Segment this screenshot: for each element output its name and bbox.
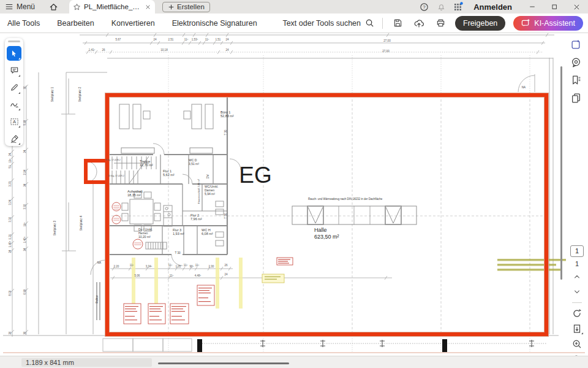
- rotate-page-button[interactable]: [570, 307, 584, 320]
- next-page-button[interactable]: [570, 286, 584, 298]
- cloud-upload-icon: [414, 18, 424, 28]
- close-icon: [573, 3, 581, 11]
- apps-grid-button[interactable]: [451, 0, 465, 13]
- tab-elektronische-signaturen[interactable]: Elektronische Signaturen: [172, 19, 257, 28]
- page-navigation: 1 1: [570, 245, 584, 356]
- home-button[interactable]: [45, 0, 62, 13]
- page-number-input[interactable]: 1: [570, 245, 584, 257]
- zoom-in-icon: [572, 339, 582, 349]
- bookmarks-icon: [571, 75, 581, 85]
- notifications-button[interactable]: [434, 0, 448, 13]
- tab-bearbeiten[interactable]: Bearbeiten: [57, 19, 94, 28]
- toolbar: Alle Tools Bearbeiten Konvertieren Elekt…: [0, 13, 588, 33]
- svg-text:A: A: [12, 119, 15, 125]
- printer-icon: [436, 18, 445, 28]
- help-button[interactable]: ?: [417, 0, 431, 13]
- search-button[interactable]: Text oder Tools suchen: [282, 18, 374, 28]
- home-icon: [49, 2, 58, 12]
- bell-icon: [437, 2, 446, 12]
- apps-grid-icon: [453, 2, 463, 12]
- select-tool[interactable]: [7, 46, 21, 61]
- svg-text:?: ?: [423, 4, 426, 10]
- zoom-in-button[interactable]: [570, 338, 584, 350]
- panel-drag-handle[interactable]: [8, 40, 20, 42]
- menu-button[interactable]: Menü: [0, 0, 40, 13]
- annotation-boxes: [124, 258, 293, 324]
- tools-divider: [572, 302, 582, 303]
- comment-icon: [10, 66, 19, 75]
- create-button[interactable]: Erstellen: [162, 2, 210, 12]
- ai-assistant-button[interactable]: KI-Assistent: [513, 16, 583, 31]
- comments-panel-button[interactable]: [569, 56, 582, 68]
- fill-sign-tool[interactable]: [7, 131, 21, 146]
- chevron-up-icon: [573, 273, 581, 280]
- share-button[interactable]: Freigeben: [455, 16, 505, 31]
- notification-dot: [460, 2, 462, 4]
- document-canvas[interactable]: 5,67242,5111⁵1,53⁵11⁵1,512427,001,41⁵261…: [0, 33, 588, 356]
- tab-title: PL_Mietfläche_ML_...: [84, 3, 141, 10]
- draw-tool[interactable]: [7, 98, 21, 112]
- document-tab[interactable]: PL_Mietfläche_ML_...: [69, 0, 155, 13]
- save-button[interactable]: [391, 17, 404, 30]
- vertical-scrollbar[interactable]: [560, 66, 562, 280]
- pages-icon: [571, 93, 581, 103]
- bookmarks-panel-button[interactable]: [569, 74, 582, 86]
- page-total: 1: [575, 260, 579, 267]
- signature-nib-icon: [10, 134, 19, 144]
- help-icon: ?: [420, 2, 429, 12]
- pages-panel-button[interactable]: [569, 91, 582, 104]
- fit-page-icon: [572, 324, 582, 334]
- search-icon: [365, 18, 374, 28]
- close-button[interactable]: [567, 0, 586, 13]
- draw-icon: [10, 100, 19, 109]
- share-label: Freigeben: [463, 19, 497, 28]
- comment-tool[interactable]: [7, 63, 21, 78]
- acrobat-window: Menü PL_Mietfläche_ML_... Erstellen ?: [0, 0, 588, 368]
- highlight-marks: [132, 258, 243, 309]
- search-label: Text oder Tools suchen: [282, 19, 361, 28]
- restore-icon: [551, 3, 558, 10]
- statusbar: 1.189 x 841 mm: [0, 356, 588, 368]
- star-icon: [73, 3, 81, 11]
- previous-page-button[interactable]: [570, 270, 584, 283]
- titlebar: Menü PL_Mietfläche_ML_... Erstellen ?: [0, 0, 588, 13]
- tab-close-icon[interactable]: [145, 4, 151, 10]
- ai-assistant-panel-button[interactable]: [569, 38, 582, 50]
- floorplan-drawing: [0, 33, 588, 356]
- quick-tools-panel: A: [5, 38, 23, 146]
- cursor-icon: [10, 49, 18, 58]
- right-panel-icons: [569, 38, 582, 104]
- chevron-down-icon: [573, 288, 581, 296]
- save-icon: [393, 18, 402, 28]
- tab-alle-tools[interactable]: Alle Tools: [7, 19, 40, 28]
- page-dimensions: 1.189 x 841 mm: [21, 359, 74, 366]
- tab-konvertieren[interactable]: Konvertieren: [111, 19, 155, 28]
- create-label: Erstellen: [177, 3, 205, 10]
- ki-assistant-icon: [521, 18, 530, 28]
- ai-panel-icon: [571, 39, 581, 50]
- minimize-button[interactable]: [523, 0, 541, 13]
- sign-in-button[interactable]: Anmelden: [469, 2, 519, 12]
- menu-label: Menü: [17, 2, 35, 11]
- toolbar-divider: [382, 18, 383, 29]
- edit-tool[interactable]: [7, 80, 21, 95]
- upload-cloud-button[interactable]: [412, 17, 426, 30]
- add-text-icon: A: [10, 117, 19, 126]
- minimize-icon: [529, 3, 536, 10]
- rotate-icon: [572, 309, 582, 318]
- page-dimensions-badge: 1.189 x 841 mm: [21, 358, 152, 367]
- add-text-tool[interactable]: A: [7, 114, 21, 129]
- horizontal-scrollbar[interactable]: [158, 362, 289, 364]
- fit-page-button[interactable]: [570, 323, 584, 335]
- ai-assistant-label: KI-Assistent: [534, 19, 575, 28]
- pencil-icon: [10, 83, 19, 92]
- print-button[interactable]: [434, 17, 447, 30]
- hamburger-icon: [5, 2, 13, 11]
- restore-button[interactable]: [545, 0, 564, 13]
- plus-icon: [168, 4, 175, 10]
- comments-panel-icon: [571, 57, 581, 67]
